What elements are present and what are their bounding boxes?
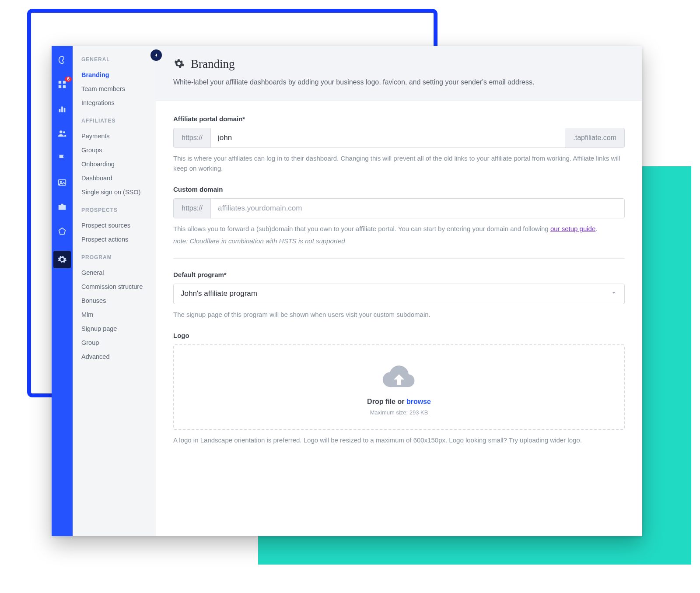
sidebar-group-affiliates: AFFILIATES Payments Groups Onboarding Da… [81, 118, 156, 199]
chevron-down-icon [610, 289, 617, 298]
svg-rect-5 [61, 107, 63, 112]
page-header: Branding White-label your affiliate dash… [156, 46, 642, 101]
cloud-upload-icon [183, 363, 615, 392]
sidebar-item-program-group[interactable]: Group [81, 336, 156, 350]
sidebar-group-title: PROGRAM [81, 254, 156, 260]
drop-text-prefix: Drop file or [367, 398, 406, 405]
logo-label: Logo [173, 332, 625, 339]
page-description: White-label your affiliate dashboards by… [173, 77, 625, 88]
sidebar-group-prospects: PROSPECTS Prospect sources Prospect acti… [81, 207, 156, 246]
sidebar-group-title: GENERAL [81, 56, 156, 63]
svg-point-8 [63, 131, 65, 133]
portal-domain-suffix: .tapfiliate.com [565, 128, 624, 147]
main-content: Branding White-label your affiliate dash… [156, 46, 642, 536]
portal-domain-input[interactable] [211, 128, 565, 147]
custom-domain-help-prefix: This allows you to forward a (sub)domain… [173, 225, 550, 232]
settings-sidebar: GENERAL Branding Team members Integratio… [73, 46, 156, 536]
custom-domain-note: note: Cloudflare in combination with HST… [173, 236, 625, 246]
portal-domain-help: This is where your affiliates can log in… [173, 153, 625, 174]
custom-domain-input-group: https:// [173, 198, 625, 218]
sidebar-item-branding[interactable]: Branding [81, 68, 156, 82]
logo-dropzone[interactable]: Drop file or browse Maximum size: 293 KB [173, 344, 625, 430]
app-window: 6 GENERAL Branding Team m [52, 46, 642, 536]
gear-icon [173, 58, 185, 71]
custom-domain-input[interactable] [211, 199, 624, 218]
sidebar-item-onboarding[interactable]: Onboarding [81, 157, 156, 171]
polygon-icon[interactable] [57, 226, 67, 237]
logo-icon[interactable] [57, 55, 67, 65]
sidebar-item-prospect-sources[interactable]: Prospect sources [81, 218, 156, 232]
sidebar-group-title: PROSPECTS [81, 207, 156, 213]
portal-domain-input-group: https:// .tapfiliate.com [173, 128, 625, 148]
form-body: Affiliate portal domain* https:// .tapfi… [156, 101, 642, 475]
svg-rect-0 [59, 81, 61, 84]
sidebar-item-integrations[interactable]: Integrations [81, 96, 156, 110]
users-icon[interactable] [57, 128, 67, 139]
svg-rect-3 [63, 85, 66, 88]
svg-point-10 [60, 181, 62, 182]
logo-help: A logo in Landscape orientation is prefe… [173, 435, 625, 445]
sidebar-item-prospect-actions[interactable]: Prospect actions [81, 232, 156, 246]
dashboard-badge: 6 [65, 77, 72, 82]
custom-domain-help: This allows you to forward a (sub)domain… [173, 224, 625, 234]
dashboard-icon[interactable]: 6 [57, 79, 67, 90]
browse-link[interactable]: browse [406, 398, 431, 405]
sidebar-item-payments[interactable]: Payments [81, 129, 156, 143]
svg-point-7 [60, 130, 62, 133]
svg-rect-2 [59, 85, 61, 88]
drop-text: Drop file or browse [183, 398, 615, 406]
custom-domain-prefix: https:// [174, 199, 211, 218]
page-title: Branding [191, 57, 235, 71]
portal-domain-label: Affiliate portal domain* [173, 115, 625, 123]
custom-domain-help-suffix: . [595, 225, 597, 232]
portal-domain-prefix: https:// [174, 128, 211, 147]
briefcase-icon[interactable] [57, 202, 67, 212]
setup-guide-link[interactable]: our setup guide [550, 225, 595, 232]
sidebar-item-dashboard[interactable]: Dashboard [81, 171, 156, 185]
default-program-value: John's affiliate program [181, 289, 257, 298]
field-portal-domain: Affiliate portal domain* https:// .tapfi… [173, 115, 625, 174]
drop-max-size: Maximum size: 293 KB [183, 409, 615, 416]
default-program-label: Default program* [173, 271, 625, 278]
sidebar-group-program: PROGRAM General Commission structure Bon… [81, 254, 156, 364]
image-icon[interactable] [57, 177, 67, 188]
flag-icon[interactable] [57, 153, 67, 163]
sidebar-group-title: AFFILIATES [81, 118, 156, 124]
sidebar-item-commission-structure[interactable]: Commission structure [81, 280, 156, 294]
field-custom-domain: Custom domain https:// This allows you t… [173, 186, 625, 246]
divider [173, 258, 625, 259]
sidebar-item-advanced[interactable]: Advanced [81, 350, 156, 364]
chart-icon[interactable] [57, 104, 67, 114]
svg-rect-4 [59, 109, 61, 112]
sidebar-item-team-members[interactable]: Team members [81, 82, 156, 96]
field-logo: Logo Drop file or browse Maximum size: 2… [173, 332, 625, 445]
gear-icon[interactable] [53, 251, 71, 268]
default-program-help: The signup page of this program will be … [173, 309, 625, 319]
custom-domain-label: Custom domain [173, 186, 625, 193]
icon-rail: 6 [52, 46, 73, 536]
sidebar-item-signup-page[interactable]: Signup page [81, 322, 156, 336]
svg-rect-6 [64, 108, 66, 112]
sidebar-item-mlm[interactable]: Mlm [81, 308, 156, 322]
sidebar-item-program-general[interactable]: General [81, 266, 156, 280]
sidebar-item-groups[interactable]: Groups [81, 143, 156, 157]
sidebar-item-bonuses[interactable]: Bonuses [81, 294, 156, 308]
default-program-select[interactable]: John's affiliate program [173, 284, 625, 304]
back-button[interactable] [150, 49, 162, 61]
field-default-program: Default program* John's affiliate progra… [173, 271, 625, 319]
sidebar-item-sso[interactable]: Single sign on (SSO) [81, 185, 156, 199]
sidebar-group-general: GENERAL Branding Team members Integratio… [81, 56, 156, 110]
